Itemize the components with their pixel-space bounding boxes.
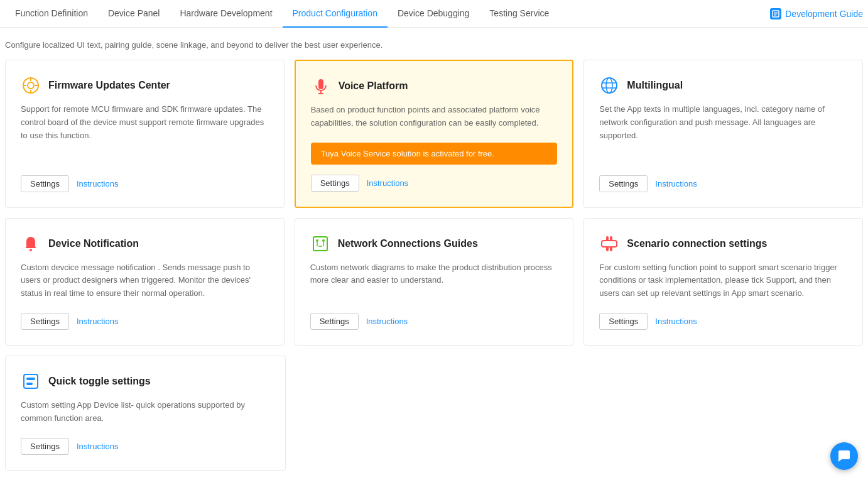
firmware-title: Firmware Updates Center — [48, 80, 170, 91]
multilingual-header: Multilingual — [599, 75, 847, 95]
firmware-desc: Support for remote MCU firmware and SDK … — [21, 103, 269, 163]
chat-fab[interactable] — [830, 442, 858, 470]
scenario-icon — [599, 234, 619, 254]
voice-settings-button[interactable]: Settings — [311, 175, 359, 192]
notification-instructions-button[interactable]: Instructions — [77, 317, 118, 326]
multilingual-card: Multilingual Set the App texts in multip… — [583, 60, 863, 208]
nav-item-function-definition[interactable]: Function Definition — [5, 0, 98, 28]
firmware-card: Firmware Updates Center Support for remo… — [5, 60, 285, 208]
quick-toggle-actions: Settings Instructions — [21, 438, 270, 455]
svg-point-12 — [602, 78, 617, 93]
network-icon — [310, 234, 330, 254]
quick-toggle-desc: Custom setting App Device list- quick op… — [21, 399, 270, 425]
network-title: Network Connections Guides — [338, 238, 478, 249]
quick-toggle-instructions-button[interactable]: Instructions — [77, 442, 118, 451]
dev-guide-label: Development Guide — [785, 9, 863, 19]
network-card: Network Connections Guides Custom networ… — [295, 218, 574, 346]
scenario-header: Scenario connection settings — [599, 234, 847, 254]
voice-instructions-button[interactable]: Instructions — [367, 178, 408, 188]
svg-rect-17 — [313, 237, 327, 251]
svg-point-13 — [606, 78, 612, 93]
nav-item-device-panel[interactable]: Device Panel — [98, 0, 170, 28]
dev-guide-icon — [770, 8, 781, 19]
quick-toggle-title: Quick toggle settings — [48, 376, 151, 387]
multilingual-icon — [599, 75, 619, 95]
notification-actions: Settings Instructions — [21, 313, 269, 330]
network-header: Network Connections Guides — [310, 234, 558, 254]
notification-icon — [21, 234, 41, 254]
quick-toggle-settings-button[interactable]: Settings — [21, 438, 69, 455]
notification-settings-button[interactable]: Settings — [21, 313, 69, 330]
quick-toggle-icon — [21, 371, 41, 391]
voice-desc: Based on product function points and ass… — [311, 104, 558, 130]
svg-point-16 — [30, 249, 32, 251]
notification-desc: Custom devcice message notification . Se… — [21, 261, 269, 300]
voice-card: Voice Platform Based on product function… — [295, 60, 574, 208]
voice-icon — [311, 76, 331, 96]
nav-bar: Function DefinitionDevice PanelHardware … — [0, 0, 868, 28]
firmware-actions: Settings Instructions — [21, 175, 269, 192]
notification-header: Device Notification — [21, 234, 269, 254]
multilingual-title: Multilingual — [627, 80, 683, 91]
quick-toggle-header: Quick toggle settings — [21, 371, 270, 391]
quick-toggle-card: Quick toggle settings Custom setting App… — [5, 356, 286, 471]
scenario-title: Scenario connection settings — [627, 238, 767, 249]
firmware-icon — [21, 75, 41, 95]
svg-rect-28 — [26, 383, 33, 385]
firmware-header: Firmware Updates Center — [21, 75, 269, 95]
voice-header: Voice Platform — [311, 76, 558, 96]
scenario-desc: For custom setting function point to sup… — [599, 261, 847, 300]
multilingual-settings-button[interactable]: Settings — [599, 175, 648, 192]
network-actions: Settings Instructions — [310, 313, 558, 330]
nav-item-device-debugging[interactable]: Device Debugging — [388, 0, 479, 28]
multilingual-actions: Settings Instructions — [599, 175, 847, 192]
network-instructions-button[interactable]: Instructions — [366, 317, 408, 326]
svg-point-5 — [28, 82, 34, 89]
scenario-card: Scenario connection settings For custom … — [583, 218, 863, 346]
multilingual-instructions-button[interactable]: Instructions — [655, 179, 697, 188]
nav-item-hardware-development[interactable]: Hardware Development — [170, 0, 282, 28]
firmware-settings-button[interactable]: Settings — [21, 175, 69, 192]
notification-title: Device Notification — [48, 238, 139, 249]
firmware-instructions-button[interactable]: Instructions — [77, 179, 118, 188]
voice-actions: Settings Instructions — [311, 175, 558, 192]
scenario-settings-button[interactable]: Settings — [599, 313, 648, 330]
svg-rect-27 — [26, 378, 35, 380]
scenario-instructions-button[interactable]: Instructions — [655, 317, 697, 326]
dev-guide-link[interactable]: Development Guide — [770, 8, 863, 19]
page-subtitle: Configure localized UI text, pairing gui… — [0, 28, 868, 60]
nav-item-testing-service[interactable]: Testing Service — [479, 0, 559, 28]
toast-voice: Tuya Voice Service solution is activated… — [311, 143, 558, 165]
bottom-card-row: Quick toggle settings Custom setting App… — [0, 356, 868, 481]
network-desc: Custom network diagrams to make the prod… — [310, 261, 558, 300]
card-grid: Firmware Updates Center Support for remo… — [0, 60, 868, 356]
voice-title: Voice Platform — [339, 80, 408, 92]
nav-item-product-configuration[interactable]: Product Configuration — [283, 0, 388, 28]
svg-point-18 — [316, 239, 318, 242]
svg-rect-25 — [602, 241, 617, 247]
scenario-actions: Settings Instructions — [599, 313, 847, 330]
svg-rect-26 — [24, 374, 38, 388]
network-settings-button[interactable]: Settings — [310, 313, 359, 330]
svg-point-19 — [322, 239, 325, 242]
notification-card: Device Notification Custom devcice messa… — [5, 218, 285, 346]
multilingual-desc: Set the App texts in multiple languages,… — [599, 103, 847, 163]
